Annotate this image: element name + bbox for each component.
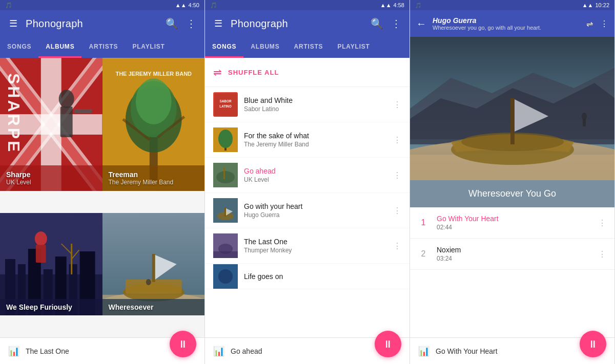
pause-icon-2: ⏸ (383, 338, 393, 350)
np-more-icon[interactable]: ⋮ (600, 19, 608, 29)
topbar-2: ☰ Phonograph 🔍 ⋮ (205, 10, 409, 37)
svg-text:LATINO: LATINO (219, 104, 231, 108)
tab-albums-1[interactable]: ALBUMS (38, 37, 81, 58)
bottom-bar-2: 📊 Go ahead ⏸ (205, 337, 409, 364)
now-playing-2[interactable]: Go ahead (231, 347, 262, 355)
topbar-1: ☰ Phonograph 🔍 ⋮ (0, 10, 204, 37)
song-thumb-sake (213, 127, 238, 152)
song-title-go-ahead: Go ahead (244, 167, 387, 175)
tabs-2: SONGS ALBUMS ARTISTS PLAYLIST (205, 37, 409, 58)
song-title-life: Life goes on (244, 272, 401, 281)
song-title-sake: For the sake of what (244, 132, 387, 140)
tab-artists-2[interactable]: ARTISTS (286, 37, 330, 58)
track-title-1: Go With Your Heart (437, 215, 590, 223)
song-thumb-last-one (213, 233, 238, 258)
album-art-large (410, 37, 614, 180)
equalizer-icon: 📊 (8, 346, 19, 357)
song-item-go-heart[interactable]: Go with your heart Hugo Guerra ⋮ (205, 193, 409, 228)
app-title-2: Phonograph (231, 18, 364, 30)
tab-playlist-2[interactable]: PLAYLIST (330, 37, 377, 58)
svg-point-39 (146, 279, 151, 285)
tab-artists-1[interactable]: ARTISTS (81, 37, 125, 58)
song-artist-last-one: Thumper Monkey (244, 247, 387, 254)
song-thumb-go-ahead (213, 163, 238, 187)
search-icon-2[interactable]: 🔍 (370, 17, 384, 30)
now-playing-topbar: ← Hugo Guerra Wheresoever you go, go wit… (410, 10, 614, 37)
song-artist-blue-white: Sabor Latino (244, 105, 387, 113)
now-playing-1[interactable]: The Last One (26, 347, 69, 355)
signal-icon-2: ▲▲ (380, 2, 392, 8)
track-info-2: Noxiem 03:24 (437, 246, 590, 262)
back-button[interactable]: ← (416, 18, 426, 30)
song-item-blue-white[interactable]: SABORLATINO Blue and White Sabor Latino … (205, 87, 409, 122)
album-sharpe-info: Sharpe UK Level (0, 165, 102, 191)
track-duration-2: 03:24 (437, 255, 590, 262)
statusbar-2: 🎵 ▲▲ 4:58 (205, 0, 409, 10)
song-title-blue-white: Blue and White (244, 96, 387, 104)
statusbar-3: 🎵 ▲▲ 10:22 (410, 0, 614, 10)
track-info-1: Go With Your Heart 02:44 (437, 215, 590, 231)
time-display-3: 10:22 (595, 2, 609, 8)
song-more-last-one[interactable]: ⋮ (393, 241, 401, 251)
song-artist-sake: The Jeremy Miller Band (244, 141, 387, 148)
now-playing-3[interactable]: Go With Your Heart (436, 347, 498, 355)
svg-point-45 (218, 130, 233, 148)
panel-now-playing: 🎵 ▲▲ 10:22 ← Hugo Guerra Wheresoever you… (410, 0, 615, 364)
song-item-sake[interactable]: For the sake of what The Jeremy Miller B… (205, 122, 409, 158)
track-more-2[interactable]: ⋮ (598, 249, 606, 259)
pause-button-3[interactable]: ⏸ (580, 331, 606, 357)
svg-rect-37 (152, 254, 155, 282)
more-icon[interactable]: ⋮ (184, 17, 198, 30)
panel-albums: 🎵 ▲▲ 4:50 ☰ Phonograph 🔍 ⋮ SONGS ALBUMS … (0, 0, 205, 364)
signal-icon-3: ▲▲ (582, 2, 593, 8)
pause-button-2[interactable]: ⏸ (375, 331, 401, 357)
track-more-1[interactable]: ⋮ (598, 218, 606, 228)
shuffle-icon: ⇌ (213, 66, 222, 78)
song-item-life[interactable]: Life goes on (205, 264, 409, 289)
svg-point-15 (135, 78, 171, 124)
song-item-go-ahead[interactable]: Go ahead UK Level ⋮ (205, 158, 409, 193)
album-treeman[interactable]: THE JEREMY MILLER BAND Treeman The Jerem… (102, 58, 205, 191)
song-more-sake[interactable]: ⋮ (393, 135, 401, 145)
track-item-2[interactable]: 2 Noxiem 03:24 ⋮ (410, 239, 614, 270)
more-icon-2[interactable]: ⋮ (389, 17, 403, 30)
bottom-bar-1: 📊 The Last One ⏸ (0, 337, 204, 364)
track-number-2: 2 (418, 249, 428, 259)
song-item-last-one[interactable]: The Last One Thumper Monkey ⋮ (205, 228, 409, 264)
song-more-go-heart[interactable]: ⋮ (393, 206, 401, 216)
svg-rect-9 (74, 109, 92, 113)
album-sleep[interactable]: We Sleep Furiously (0, 213, 102, 315)
songs-list: ⇌ SHUFFLE ALL SABORLATINO Blue and White… (205, 58, 409, 337)
pause-button-1[interactable]: ⏸ (170, 331, 196, 357)
svg-text:THE JEREMY MILLER BAND: THE JEREMY MILLER BAND (115, 71, 192, 77)
search-icon[interactable]: 🔍 (165, 17, 179, 30)
album-treeman-title: Treeman (109, 170, 199, 179)
album-sharpe-artist: UK Level (6, 179, 96, 186)
album-treeman-info: Treeman The Jeremy Miller Band (102, 165, 205, 191)
song-more-blue-white[interactable]: ⋮ (393, 100, 401, 110)
tab-playlist-1[interactable]: PLAYLIST (125, 37, 172, 58)
album-wheresoever-title: Wheresoever (109, 303, 199, 311)
song-thumb-blue-white: SABORLATINO (213, 92, 238, 117)
menu-icon-2[interactable]: ☰ (211, 18, 225, 29)
album-sleep-title: We Sleep Furiously (6, 303, 96, 311)
menu-icon[interactable]: ☰ (6, 18, 20, 29)
np-shuffle-icon[interactable]: ⇌ (586, 19, 593, 29)
statusbar-1: 🎵 ▲▲ 4:50 (0, 0, 204, 10)
shuffle-label: SHUFFLE ALL (228, 69, 279, 76)
song-more-go-ahead[interactable]: ⋮ (393, 170, 401, 180)
song-title-last-one: The Last One (244, 238, 387, 246)
track-item-1[interactable]: 1 Go With Your Heart 02:44 ⋮ (410, 207, 614, 239)
song-title-go-heart: Go with your heart (244, 202, 387, 210)
track-title-2: Noxiem (437, 246, 590, 254)
tab-songs-1[interactable]: SONGS (0, 37, 38, 58)
sharpe-text: SHARPE (4, 73, 23, 154)
album-sharpe[interactable]: SHARPE Sharpe UK Level (0, 58, 102, 191)
svg-text:SABOR: SABOR (219, 99, 232, 103)
shuffle-row[interactable]: ⇌ SHUFFLE ALL (205, 58, 409, 87)
tab-songs-2[interactable]: SONGS (205, 37, 243, 58)
album-wheresoever[interactable]: Wheresoever (102, 213, 205, 315)
status-icon-2: 🎵 (210, 2, 217, 9)
tab-albums-2[interactable]: ALBUMS (243, 37, 286, 58)
song-artist-go-ahead: UK Level (244, 176, 387, 183)
